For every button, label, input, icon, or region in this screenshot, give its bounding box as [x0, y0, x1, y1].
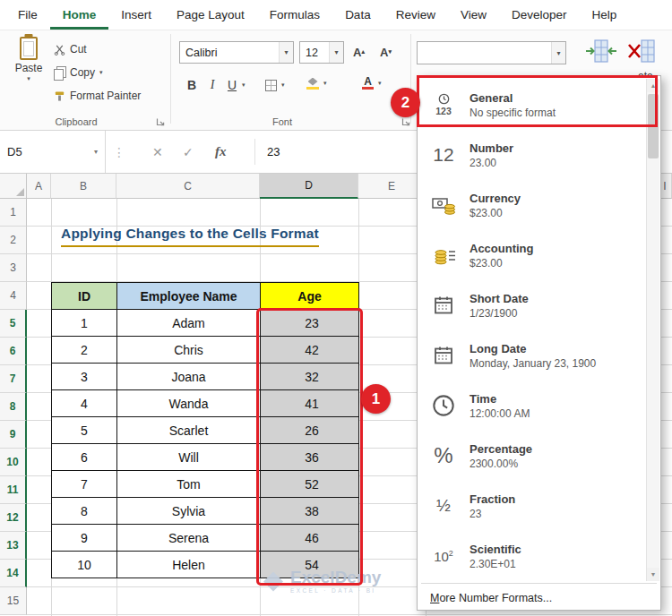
- chevron-down-icon[interactable]: ▾: [94, 148, 98, 156]
- increase-font-size-button[interactable]: A▴: [353, 42, 365, 62]
- column-header-a[interactable]: A: [27, 174, 51, 199]
- insert-cells-button[interactable]: [584, 38, 618, 68]
- row-header-6[interactable]: 6: [0, 338, 27, 365]
- tab-developer[interactable]: Developer: [499, 0, 580, 30]
- font-size-combobox[interactable]: 12 ▾: [299, 41, 344, 64]
- format-option-time[interactable]: Time 12:00:00 AM: [418, 381, 645, 431]
- paste-button[interactable]: Paste ▾: [7, 34, 50, 113]
- more-number-formats[interactable]: More Number Formats...: [418, 586, 660, 610]
- number-format-combobox[interactable]: ▾: [417, 41, 566, 64]
- font-name-combobox[interactable]: Calibri ▾: [179, 41, 294, 64]
- row-header-5[interactable]: 5: [0, 310, 27, 338]
- row-header-4[interactable]: 4: [0, 282, 27, 310]
- name-cell[interactable]: Scarlet: [117, 417, 261, 444]
- format-option-sample: 23: [470, 508, 515, 520]
- id-cell[interactable]: 3: [52, 364, 117, 390]
- column-header-b[interactable]: B: [51, 174, 116, 199]
- name-cell[interactable]: Sylvia: [117, 498, 261, 525]
- italic-button[interactable]: I: [206, 75, 219, 95]
- format-painter-label: Format Painter: [70, 90, 141, 102]
- fill-color-button[interactable]: ▾: [306, 73, 327, 93]
- tab-view[interactable]: View: [448, 0, 499, 30]
- format-option-fraction[interactable]: ½ Fraction 23: [418, 481, 645, 531]
- decrease-font-size-button[interactable]: A▾: [380, 42, 392, 62]
- chevron-down-icon[interactable]: ▾: [551, 42, 565, 64]
- row-header-1[interactable]: 1: [0, 199, 27, 227]
- row-header-14[interactable]: 14: [0, 560, 27, 587]
- tab-insert[interactable]: Insert: [108, 0, 164, 30]
- chevron-down-icon[interactable]: ▾: [279, 42, 293, 63]
- enter-icon[interactable]: ✓: [183, 131, 194, 173]
- tab-data[interactable]: Data: [332, 0, 383, 30]
- name-box[interactable]: D5 ▾: [0, 131, 106, 173]
- font-color-button[interactable]: A ▾: [362, 73, 382, 93]
- id-cell[interactable]: 6: [52, 444, 117, 471]
- format-option-short-date[interactable]: Short Date 1/23/1900: [418, 280, 645, 330]
- id-cell[interactable]: 4: [52, 390, 117, 417]
- name-cell[interactable]: Serena: [117, 525, 261, 552]
- employee-name-header-cell[interactable]: Employee Name: [117, 283, 261, 310]
- resize-dots-icon[interactable]: ⋮: [113, 131, 125, 173]
- format-option-long-date[interactable]: Long Date Monday, January 23, 1900: [418, 330, 645, 381]
- underline-button[interactable]: U: [226, 75, 238, 95]
- letter-a: A: [364, 77, 372, 87]
- row-header-3[interactable]: 3: [0, 254, 27, 282]
- name-cell[interactable]: Wanda: [117, 390, 261, 417]
- column-header-d-selected[interactable]: D: [260, 174, 358, 199]
- format-option-number[interactable]: 12 Number 23.00: [418, 130, 645, 180]
- row-header-12[interactable]: 12: [0, 504, 27, 532]
- format-option-percentage[interactable]: % Percentage 2300.00%: [418, 431, 645, 481]
- cancel-icon[interactable]: ✕: [152, 131, 163, 173]
- format-option-scientific[interactable]: 102 Scientific 2.30E+01: [418, 531, 645, 581]
- name-cell[interactable]: Joana: [117, 364, 261, 390]
- format-option-label: Scientific: [470, 543, 521, 556]
- name-cell[interactable]: Adam: [117, 310, 261, 337]
- id-cell[interactable]: 8: [52, 498, 117, 525]
- insert-function-icon[interactable]: fx: [215, 131, 227, 173]
- clipboard-dialog-launcher-icon[interactable]: [156, 117, 166, 127]
- format-option-accounting[interactable]: Accounting $23.00: [418, 230, 645, 280]
- id-cell[interactable]: 10: [52, 552, 117, 578]
- scissors-icon: [54, 44, 65, 56]
- row-header-15[interactable]: 15: [0, 587, 27, 615]
- id-cell[interactable]: 2: [52, 337, 117, 364]
- row-header-11[interactable]: 11: [0, 476, 27, 504]
- borders-button[interactable]: ▾: [265, 75, 285, 95]
- tab-help[interactable]: Help: [580, 0, 630, 30]
- column-header-e[interactable]: E: [358, 174, 426, 199]
- row-header-2[interactable]: 2: [0, 227, 27, 254]
- name-cell[interactable]: Will: [117, 444, 261, 471]
- tab-formulas[interactable]: Formulas: [257, 0, 332, 30]
- delete-cells-button[interactable]: [627, 38, 661, 68]
- id-cell[interactable]: 7: [52, 471, 117, 498]
- chevron-down-icon[interactable]: ▾: [329, 42, 343, 63]
- id-cell[interactable]: 5: [52, 417, 117, 444]
- select-all-corner[interactable]: [0, 174, 27, 199]
- name-cell[interactable]: Helen: [117, 552, 261, 578]
- tab-review[interactable]: Review: [383, 0, 448, 30]
- name-cell[interactable]: Chris: [117, 337, 261, 364]
- format-painter-button[interactable]: Format Painter: [54, 86, 141, 106]
- tab-home[interactable]: Home: [50, 0, 109, 30]
- formula-input[interactable]: 23: [267, 131, 280, 173]
- row-header-7[interactable]: 7: [0, 365, 27, 393]
- row-header-10[interactable]: 10: [0, 449, 27, 476]
- id-cell[interactable]: 1: [52, 310, 117, 337]
- bold-button[interactable]: B: [185, 75, 199, 95]
- tab-file[interactable]: File: [5, 0, 50, 30]
- row-header-8[interactable]: 8: [0, 393, 27, 421]
- column-header-c[interactable]: C: [116, 174, 260, 199]
- row-header-13[interactable]: 13: [0, 532, 27, 560]
- name-cell[interactable]: Tom: [117, 471, 261, 498]
- id-cell[interactable]: 9: [52, 525, 117, 552]
- copy-button[interactable]: Copy ▾: [54, 63, 103, 82]
- dropdown-scrollbar[interactable]: ▲ ▼: [646, 79, 659, 581]
- scroll-down-button[interactable]: ▼: [647, 568, 659, 581]
- age-header-cell[interactable]: Age: [261, 283, 359, 310]
- tab-page-layout[interactable]: Page Layout: [164, 0, 257, 30]
- id-header-cell[interactable]: ID: [52, 283, 117, 310]
- cut-button[interactable]: Cut: [54, 39, 87, 59]
- row-header-9[interactable]: 9: [0, 421, 27, 449]
- chevron-down-icon[interactable]: ▾: [242, 82, 246, 88]
- format-option-currency[interactable]: Currency $23.00: [418, 180, 645, 230]
